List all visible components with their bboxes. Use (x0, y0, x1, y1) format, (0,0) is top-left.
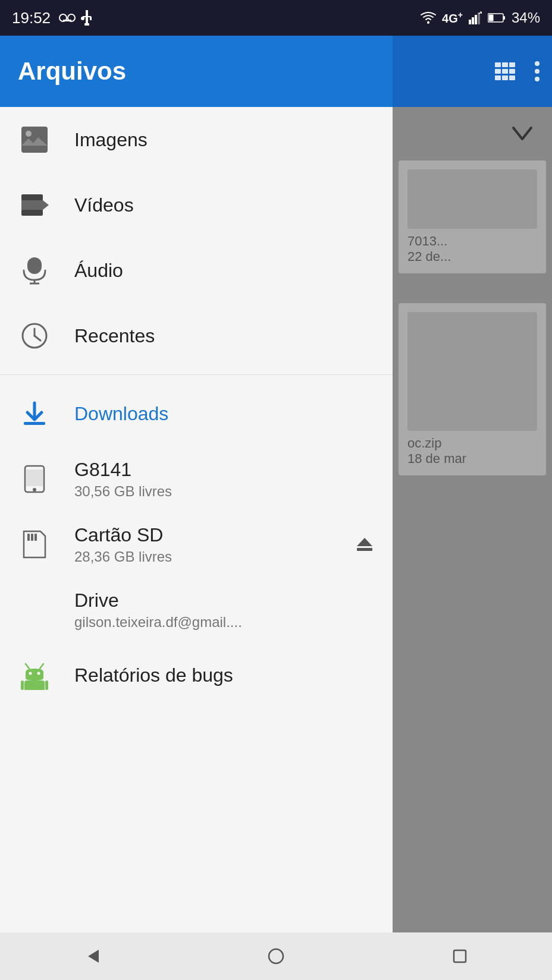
nav-item-sdcard[interactable]: Cartão SD 28,36 GB livres (0, 512, 393, 577)
nav-item-downloads[interactable]: Downloads (0, 381, 393, 446)
svg-rect-57 (21, 680, 24, 690)
nav-item-g8141-text: G8141 30,56 GB livres (74, 459, 172, 500)
svg-rect-11 (472, 17, 474, 24)
usb-icon (80, 10, 93, 26)
svg-rect-24 (509, 69, 515, 74)
eject-button[interactable] (355, 534, 375, 554)
download-icon (18, 398, 51, 430)
app-header-left: Arquivos (0, 36, 393, 107)
svg-point-46 (33, 488, 36, 491)
recents-button[interactable] (436, 938, 484, 974)
svg-rect-4 (83, 16, 91, 17)
nav-item-imagens[interactable]: Imagens (0, 107, 393, 172)
nav-item-g8141-subtitle: 30,56 GB livres (74, 483, 172, 500)
battery-percent: 34% (512, 10, 540, 26)
nav-item-sdcard-subtitle: 28,36 GB livres (74, 549, 172, 565)
back-button[interactable] (68, 938, 116, 974)
svg-point-54 (29, 672, 32, 675)
svg-rect-45 (26, 469, 43, 486)
nav-item-videos[interactable]: Vídeos (0, 172, 393, 238)
svg-rect-35 (21, 210, 43, 216)
voicemail-icon (59, 12, 76, 23)
status-time: 19:52 (12, 9, 51, 27)
home-button[interactable] (252, 938, 300, 974)
android-icon (18, 659, 51, 692)
nav-item-drive[interactable]: Drive gilson.teixeira.df@gmail.... (0, 577, 393, 642)
nav-item-bugs[interactable]: Relatórios de bugs (0, 642, 393, 708)
svg-rect-23 (502, 69, 508, 74)
nav-item-imagens-label: Imagens (74, 129, 148, 151)
nav-item-audio[interactable]: Áudio (0, 238, 393, 303)
svg-rect-47 (27, 534, 30, 541)
nav-item-recentes[interactable]: Recentes (0, 303, 393, 368)
svg-point-55 (37, 672, 40, 675)
svg-rect-48 (31, 534, 33, 541)
svg-rect-13 (478, 12, 480, 24)
svg-rect-31 (21, 127, 48, 153)
app-header: Arquivos (0, 36, 552, 107)
svg-rect-27 (509, 75, 515, 80)
status-bar: 19:52 (0, 0, 552, 36)
svg-point-5 (81, 17, 84, 20)
svg-rect-37 (27, 257, 42, 274)
svg-rect-19 (495, 62, 501, 67)
svg-marker-50 (357, 538, 372, 546)
navigation-drawer: Imagens Vídeos (0, 36, 393, 932)
nav-item-downloads-label: Downloads (74, 403, 168, 425)
svg-rect-58 (45, 680, 48, 690)
network-type: 4G+ (442, 10, 463, 26)
svg-rect-25 (495, 75, 501, 80)
svg-marker-36 (43, 200, 49, 210)
nav-item-sdcard-text: Cartão SD 28,36 GB livres (74, 524, 172, 565)
nav-divider (0, 374, 393, 375)
svg-point-30 (535, 77, 540, 81)
svg-line-52 (26, 664, 29, 669)
phone-icon (18, 463, 51, 496)
svg-rect-26 (502, 75, 508, 80)
drive-icon (18, 594, 51, 626)
app-title: Arquivos (18, 57, 126, 86)
nav-item-videos-label: Vídeos (74, 194, 134, 216)
more-options-button[interactable] (534, 61, 540, 82)
svg-rect-8 (84, 23, 89, 26)
battery-icon (488, 12, 506, 23)
svg-line-42 (34, 336, 40, 341)
nav-item-bugs-label: Relatórios de bugs (74, 664, 233, 686)
nav-item-drive-subtitle: gilson.teixeira.df@gmail.... (74, 614, 242, 631)
svg-point-9 (427, 21, 429, 24)
list-view-button[interactable] (495, 62, 516, 80)
svg-rect-43 (24, 422, 45, 425)
nav-item-recentes-label: Recentes (74, 325, 155, 347)
svg-rect-34 (21, 194, 43, 200)
clock-icon (18, 320, 51, 352)
svg-point-29 (535, 69, 540, 74)
svg-rect-18 (488, 15, 493, 21)
nav-item-drive-label: Drive (74, 590, 242, 612)
svg-rect-20 (502, 62, 508, 67)
nav-category-section: Imagens Vídeos (0, 107, 393, 368)
svg-rect-6 (90, 17, 92, 20)
svg-rect-22 (495, 69, 501, 74)
audio-icon (18, 254, 51, 287)
status-bar-right: 4G+ 34% (421, 10, 540, 26)
nav-item-audio-label: Áudio (74, 260, 123, 282)
sdcard-icon (18, 528, 51, 561)
svg-line-53 (40, 664, 43, 669)
nav-storage-section: Downloads G8141 30,56 GB livres (0, 381, 393, 708)
nav-item-g8141-label: G8141 (74, 459, 172, 481)
svg-point-32 (26, 131, 32, 137)
nav-item-g8141[interactable]: G8141 30,56 GB livres (0, 446, 393, 512)
svg-rect-63 (454, 950, 466, 962)
status-icons (59, 10, 93, 26)
video-icon (18, 189, 51, 222)
svg-rect-51 (357, 548, 372, 551)
svg-rect-10 (469, 20, 471, 24)
svg-rect-56 (24, 680, 45, 690)
nav-item-drive-text: Drive gilson.teixeira.df@gmail.... (74, 590, 242, 631)
wifi-icon (421, 11, 436, 24)
svg-rect-21 (509, 62, 515, 67)
svg-point-28 (535, 61, 540, 66)
status-bar-left: 19:52 (12, 9, 93, 27)
nav-item-sdcard-label: Cartão SD (74, 524, 172, 546)
svg-rect-2 (63, 20, 71, 21)
